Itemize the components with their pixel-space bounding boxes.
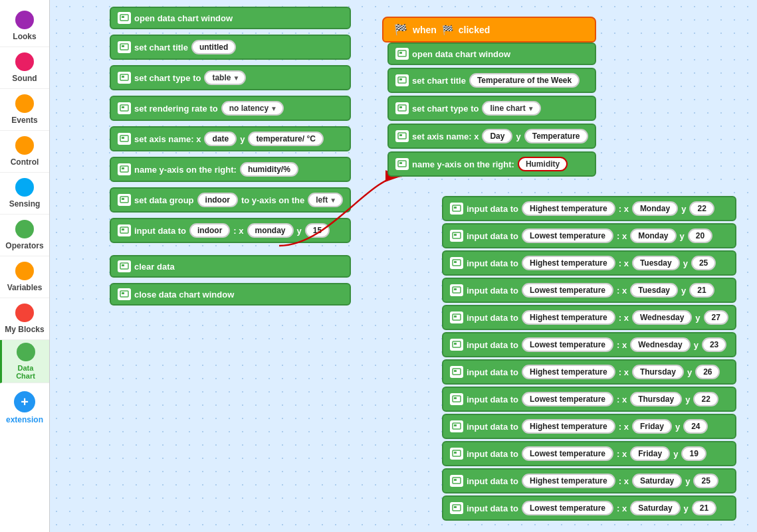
data-block-10[interactable]: input data to Highest temperature : x Sa… — [442, 468, 736, 493]
sidebar-item-sound[interactable]: Sound — [0, 47, 49, 89]
data-block-6[interactable]: input data to Highest temperature : x Th… — [442, 359, 736, 385]
right-block-yaxis[interactable]: name y-axis on the right: Humidity — [387, 151, 596, 177]
data-block-7[interactable]: input data to Lowest temperature : x Thu… — [442, 387, 736, 412]
d8-x[interactable]: Friday — [632, 419, 672, 434]
sidebar-item-myblocks[interactable]: My Blocks — [0, 298, 49, 340]
block-yaxis-right[interactable]: name y-axis on the right: humidity/% — [110, 157, 351, 182]
data-group-pill[interactable]: indoor — [197, 193, 238, 207]
d7-series[interactable]: Lowest temperature — [522, 392, 613, 406]
right-block-open[interactable]: open data chart window — [387, 43, 596, 65]
d5-series[interactable]: Lowest temperature — [522, 337, 613, 352]
chart-type-dropdown[interactable]: table — [204, 70, 246, 85]
d1-y[interactable]: 20 — [688, 228, 712, 243]
d0-series[interactable]: Highest temperature — [522, 201, 615, 216]
sidebar-item-datachart[interactable]: DataChart — [0, 340, 49, 383]
d8-series[interactable]: Highest temperature — [522, 419, 615, 434]
right-chart-type-dropdown[interactable]: line chart — [482, 101, 540, 116]
right-block-axis[interactable]: set axis name: x Day y Temperature — [387, 124, 596, 149]
svg-rect-50 — [454, 452, 457, 454]
data-block-9[interactable]: input data to Lowest temperature : x Fri… — [442, 441, 736, 466]
d4-series[interactable]: Highest temperature — [522, 310, 615, 325]
right-title-pill[interactable]: Temperature of the Week — [469, 73, 580, 88]
rendering-rate-dropdown[interactable]: no latency — [221, 101, 284, 116]
extension-button[interactable]: + extension — [3, 386, 46, 430]
data-block-0[interactable]: input data to Highest temperature : x Mo… — [442, 196, 736, 221]
x-axis-pill[interactable]: date — [204, 132, 237, 146]
d2-y[interactable]: 25 — [691, 256, 716, 270]
d10-series[interactable]: Highest temperature — [522, 474, 615, 488]
data-block-8[interactable]: input data to Highest temperature : x Fr… — [442, 414, 736, 439]
rblock-icon-2 — [395, 74, 409, 86]
d6-x[interactable]: Thursday — [632, 365, 684, 379]
d0-x[interactable]: Monday — [632, 201, 678, 216]
input-y-pill[interactable]: 15 — [305, 223, 330, 238]
block-clear-data[interactable]: clear data — [110, 255, 351, 278]
d3-series[interactable]: Lowest temperature — [522, 283, 613, 298]
block-chart-type[interactable]: set chart type to table — [110, 65, 351, 90]
block-rendering-rate[interactable]: set rendering rate to no latency — [110, 96, 351, 121]
when-clicked-block[interactable]: 🏁 when 🏁 clicked — [382, 17, 596, 43]
sensing-icon — [15, 178, 34, 197]
d5-y[interactable]: 23 — [702, 337, 726, 352]
variables-icon — [15, 262, 34, 280]
d2-series[interactable]: Highest temperature — [522, 256, 615, 270]
title-pill[interactable]: untitled — [191, 40, 236, 54]
d0-y[interactable]: 22 — [689, 201, 714, 216]
d6-series[interactable]: Highest temperature — [522, 365, 615, 379]
d6-y[interactable]: 26 — [695, 365, 720, 379]
data-block-11[interactable]: input data to Lowest temperature : x Sat… — [442, 495, 736, 521]
input-x-pill[interactable]: monday — [247, 223, 294, 238]
dblock-icon-7 — [450, 393, 463, 405]
block-input-data[interactable]: input data to indoor : x monday y 15 — [110, 218, 351, 243]
d11-series[interactable]: Lowest temperature — [522, 501, 613, 515]
d7-x[interactable]: Thursday — [630, 392, 682, 406]
d9-series[interactable]: Lowest temperature — [522, 446, 613, 461]
block-close-window[interactable]: close data chart window — [110, 283, 351, 306]
block-icon-7 — [118, 194, 131, 206]
block-icon-3 — [118, 72, 131, 84]
sidebar-item-sensing[interactable]: Sensing — [0, 173, 49, 215]
d5-x[interactable]: Wednesday — [630, 337, 690, 352]
sidebar-item-variables[interactable]: Variables — [0, 256, 49, 298]
d1-series[interactable]: Lowest temperature — [522, 228, 613, 243]
d11-x[interactable]: Saturday — [630, 501, 680, 515]
right-block-title[interactable]: set chart title Temperature of the Week — [387, 68, 596, 93]
d9-x[interactable]: Friday — [630, 446, 670, 461]
right-y-axis-pill[interactable]: Temperature — [524, 129, 588, 143]
input-series-pill[interactable]: indoor — [189, 223, 230, 238]
sidebar-item-events[interactable]: Events — [0, 89, 49, 131]
operators-icon — [15, 220, 34, 238]
right-x-axis-pill[interactable]: Day — [482, 129, 512, 143]
block-data-group[interactable]: set data group indoor to y-axis on the l… — [110, 187, 351, 213]
data-block-3[interactable]: input data to Lowest temperature : x Tue… — [442, 278, 736, 303]
d10-y[interactable]: 25 — [693, 474, 718, 488]
y-axis-pill[interactable]: temperature/ °C — [248, 132, 324, 146]
d7-y[interactable]: 22 — [693, 392, 718, 406]
d1-x[interactable]: Monday — [630, 228, 676, 243]
data-block-1[interactable]: input data to Lowest temperature : x Mon… — [442, 223, 736, 248]
d4-x[interactable]: Wednesday — [632, 310, 692, 325]
d11-y[interactable]: 21 — [692, 501, 716, 515]
d3-x[interactable]: Tuesday — [630, 283, 678, 298]
yaxis-side-dropdown[interactable]: left — [308, 193, 343, 207]
data-block-5[interactable]: input data to Lowest temperature : x Wed… — [442, 332, 736, 357]
d8-y[interactable]: 24 — [683, 419, 708, 434]
d4-y[interactable]: 27 — [704, 310, 728, 325]
block-icon — [118, 12, 131, 24]
yaxis-right-pill[interactable]: humidity/% — [240, 162, 298, 177]
data-block-2[interactable]: input data to Highest temperature : x Tu… — [442, 250, 736, 276]
right-yaxis-pill[interactable]: Humidity — [518, 157, 568, 171]
sidebar-item-looks[interactable]: Looks — [0, 5, 49, 47]
d3-y[interactable]: 21 — [689, 283, 714, 298]
right-block-type[interactable]: set chart type to line chart — [387, 96, 596, 121]
sidebar-item-control[interactable]: Control — [0, 131, 49, 173]
d2-x[interactable]: Tuesday — [632, 256, 680, 270]
data-block-4[interactable]: input data to Highest temperature : x We… — [442, 305, 736, 330]
block-open-window[interactable]: open data chart window — [110, 7, 351, 29]
dblock-icon-6 — [450, 366, 463, 378]
block-axis-name[interactable]: set axis name: x date y temperature/ °C — [110, 126, 351, 151]
d10-x[interactable]: Saturday — [632, 474, 682, 488]
block-set-title[interactable]: set chart title untitled — [110, 35, 351, 60]
d9-y[interactable]: 19 — [681, 446, 706, 461]
sidebar-item-operators[interactable]: Operators — [0, 215, 49, 256]
